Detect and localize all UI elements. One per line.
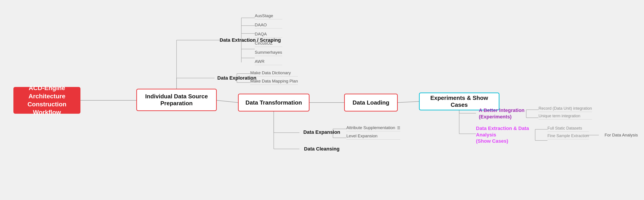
integration-item-2: Unique term integration	[538, 114, 592, 119]
exploration-item-2: Make Data Mapping Plan	[250, 79, 298, 85]
cleansing-label: Data Cleansing	[300, 145, 344, 153]
transformation-node: Data Transformation	[238, 94, 310, 111]
exploration-item-1: Make Data Dictionary	[250, 71, 298, 77]
expansion-item-1: Attribute Supplementation	[346, 125, 395, 130]
integration-item-1: Record (Data Unit) integration	[538, 106, 592, 112]
individual-label: Individual Data Source Preparation	[145, 93, 208, 107]
loading-node: Data Loading	[344, 94, 398, 111]
experiments-label: Experiments & Show Cases	[424, 95, 494, 108]
analysis-item-2: Fine Sample Extraction	[548, 134, 589, 139]
source-summerhayes: Summerhayes	[255, 50, 282, 56]
source-daqa: DAQA	[255, 32, 282, 38]
expansion-label: Data Expansion	[300, 129, 344, 136]
source-daao: DAAO	[255, 22, 282, 28]
transformation-label: Data Transformation	[246, 99, 302, 106]
individual-node: Individual Data Source Preparation	[136, 89, 217, 111]
analysis-item-1: Full Static Datasets	[548, 126, 589, 132]
source-ausstage: AusStage	[255, 13, 282, 19]
expansion-item-2: Level Expansion	[346, 134, 400, 140]
root-label: ACD-Engine Architecture Construction Wor…	[20, 84, 74, 117]
svg-line-3	[398, 101, 419, 102]
for-data-analysis-label: For Data Analysis	[599, 131, 644, 139]
root-node: ACD-Engine Architecture Construction Wor…	[14, 87, 80, 114]
integration-label: A Better Integration (Experiments)	[476, 107, 527, 120]
source-circusoz: CircusOZ	[255, 41, 282, 47]
svg-line-1	[217, 100, 238, 102]
loading-label: Data Loading	[352, 99, 390, 106]
extraction-analysis-label: Data Extraction & Data Analysis (Show Ca…	[476, 127, 536, 143]
source-awr: AWR	[255, 59, 282, 65]
